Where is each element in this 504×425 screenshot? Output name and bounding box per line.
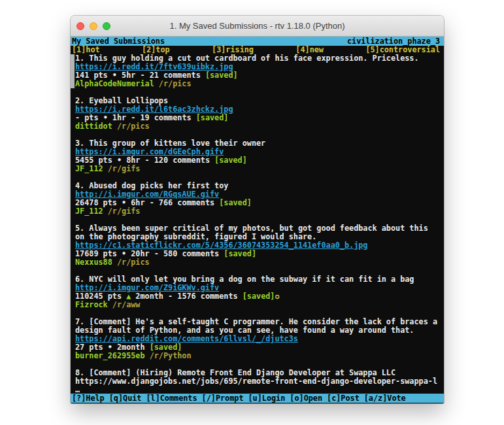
stats-separator: • xyxy=(122,199,131,207)
selection-cursor xyxy=(71,54,75,88)
stats-time-comments: 8hr - 120 comments xyxy=(126,156,214,165)
stats-separator: • xyxy=(108,343,117,352)
submission-subreddit[interactable]: /r/Python xyxy=(150,352,192,360)
upvote-arrow-icon: ▲ xyxy=(126,292,135,301)
saved-badge: [saved] xyxy=(205,71,238,80)
submission-link[interactable]: https://i.imgur.com/dGEeCph.gifv xyxy=(75,148,224,156)
submission-author[interactable]: Fizrock xyxy=(75,301,112,309)
tab-new[interactable]: [4]new xyxy=(295,46,324,54)
footer-cmd-login[interactable]: [u]Login xyxy=(248,394,286,403)
stats-separator: • xyxy=(112,71,122,80)
saved-badge: [saved] xyxy=(224,250,256,258)
stats-points: 17689 pts xyxy=(75,250,122,258)
submission-subreddit[interactable]: /r/aww xyxy=(112,301,141,309)
saved-badge: [saved] xyxy=(219,199,252,207)
footer-cmd-help[interactable]: [?]Help xyxy=(72,394,105,403)
gilded-star-icon: ✪ xyxy=(275,292,279,301)
stats-points: 27 pts xyxy=(75,343,108,352)
stats-points: 110245 pts xyxy=(75,292,126,301)
submission-title: 7. [Comment] He's a self-taught C progra… xyxy=(75,318,444,326)
submission-title: 6. NYC will only let you bring a dog on … xyxy=(75,275,444,284)
footer-cmd-vote[interactable]: [a/z]Vote xyxy=(364,394,406,403)
submission-subreddit[interactable]: /r/pics xyxy=(159,80,192,88)
stats-separator: • xyxy=(103,114,112,122)
stats-time-comments: 2month xyxy=(117,343,150,352)
submission-author[interactable]: burner_262955eb xyxy=(75,352,150,360)
tab-rising[interactable]: [3]rising xyxy=(212,46,254,54)
submission-author[interactable]: JF_112 xyxy=(75,165,108,173)
submission-title: 2. Eyeball Lollipops xyxy=(75,97,444,105)
submission-link[interactable]: http://i.imgur.com/RGqsAUE.gifv xyxy=(75,190,219,199)
stats-time-comments: 5hr - 21 comments xyxy=(122,71,205,80)
submission-subreddit[interactable]: /r/pics xyxy=(117,258,150,267)
submission-title: 3. This group of kittens love their owne… xyxy=(75,139,444,148)
submission-stats: 5455 pts • 8hr - 120 comments [saved] xyxy=(75,156,444,165)
submission-link[interactable]: http://i.imgur.com/Z9iGKWv.gifv xyxy=(75,284,219,292)
tab-hot[interactable]: [1]hot xyxy=(72,46,100,54)
stats-points: 141 pts xyxy=(75,71,112,80)
stats-points: 26478 pts xyxy=(75,199,122,207)
submission-subreddit[interactable]: /r/gifs xyxy=(108,207,141,216)
stats-points: 5455 pts xyxy=(75,156,117,165)
footer-cmd-open[interactable]: [o]Open xyxy=(290,394,322,403)
footer-cmd-comments[interactable]: [l]Comments xyxy=(146,394,197,403)
submission-stats: 141 pts • 5hr - 21 comments [saved] xyxy=(75,71,444,80)
submission-item-2[interactable]: 2. Eyeball Lollipops https://i.redd.it/l… xyxy=(75,97,444,131)
submission-stats: 110245 pts ▲ 2month - 1576 comments [sav… xyxy=(75,292,444,301)
submission-item-8[interactable]: 8. [Comment] (Hiring) Remote Front End D… xyxy=(75,369,444,394)
submission-link[interactable]: https://i.redd.it/l6t6ac3zhckz.jpg xyxy=(75,105,233,114)
submission-title-line2: design fault of Python, and as you can s… xyxy=(75,326,444,335)
submission-subreddit[interactable]: /r/pics xyxy=(117,122,150,131)
submission-item-7[interactable]: 7. [Comment] He's a self-taught C progra… xyxy=(75,318,444,360)
submission-stats: 27 pts • 2month [saved] xyxy=(75,343,444,352)
submission-author[interactable]: JF_112 xyxy=(75,207,108,216)
logged-in-username: civilization_phaze_3 xyxy=(347,37,440,46)
submission-stats: 26478 pts • 6hr - 766 comments [saved] xyxy=(75,199,444,207)
submission-subreddit[interactable]: /r/gifs xyxy=(108,165,141,173)
footer-cmd-quit[interactable]: [q]Quit xyxy=(109,394,142,403)
status-bar: My Saved Submissions civilization_phaze_… xyxy=(71,37,444,46)
stats-time-comments: 20hr - 580 comments xyxy=(131,250,224,258)
submission-author[interactable]: Nexxus88 xyxy=(75,258,117,267)
footer-bar: [?]Help [q]Quit [l]Comments [/]Prompt [u… xyxy=(71,394,444,403)
submission-item-3[interactable]: 3. This group of kittens love their owne… xyxy=(75,139,444,173)
submission-author[interactable]: dittidot xyxy=(75,122,117,131)
stats-points: - pts xyxy=(75,114,103,122)
terminal-window: 1. My Saved Submissions - rtv 1.18.0 (Py… xyxy=(71,16,444,403)
terminal-screen: My Saved Submissions civilization_phaze_… xyxy=(71,37,444,403)
minimize-button[interactable] xyxy=(90,22,97,30)
submission-author[interactable]: AlphaCodeNumerial xyxy=(75,80,159,88)
submission-stats: - pts • 1hr - 19 comments [saved] xyxy=(75,114,444,122)
stats-time-comments: 2month - 1576 comments xyxy=(135,292,242,301)
submission-link[interactable]: https://c1.staticflickr.com/5/4356/36074… xyxy=(75,241,367,250)
stats-time-comments: 1hr - 19 comments xyxy=(112,114,196,122)
submission-stats: 17689 pts • 20hr - 580 comments [saved] xyxy=(75,250,444,258)
submission-link[interactable]: https://api.reddit.com/comments/6llvsl/_… xyxy=(75,335,298,343)
sort-tabs: [1]hot [2]top [3]rising [4]new [5]contro… xyxy=(71,46,444,54)
tab-top[interactable]: [2]top xyxy=(142,46,170,54)
submission-title: 1. This guy holding a cut out cardboard … xyxy=(75,54,444,63)
submission-title: 8. [Comment] (Hiring) Remote Front End D… xyxy=(75,369,444,377)
traffic-lights xyxy=(76,16,110,36)
stats-time-comments: 6hr - 766 comments xyxy=(131,199,219,207)
footer-cmd-post[interactable]: [c]Post xyxy=(327,394,360,403)
saved-badge: [saved] xyxy=(214,156,247,165)
window-title: 1. My Saved Submissions - rtv 1.18.0 (Py… xyxy=(169,21,344,31)
close-button[interactable] xyxy=(76,22,84,30)
submission-link[interactable]: https://i.redd.it/7ftv639uibkz.jpg xyxy=(75,63,233,71)
submission-title: 4. Abused dog picks her first toy xyxy=(75,182,444,190)
submission-title-line2: https://www.djangojobs.net/jobs/695/remo… xyxy=(75,377,444,386)
footer-cmd-prompt[interactable]: [/]Prompt xyxy=(202,394,244,403)
window-titlebar[interactable]: 1. My Saved Submissions - rtv 1.18.0 (Py… xyxy=(71,16,444,37)
stats-separator: • xyxy=(117,156,126,165)
submission-item-5[interactable]: 5. Always been super critical of my phot… xyxy=(75,224,444,267)
saved-badge: [saved] xyxy=(150,343,182,352)
submission-item-6[interactable]: 6. NYC will only let you bring a dog on … xyxy=(75,275,444,309)
submission-item-1[interactable]: 1. This guy holding a cut out cardboard … xyxy=(75,54,444,88)
zoom-button[interactable] xyxy=(103,22,110,30)
tab-controversial[interactable]: [5]controversial xyxy=(365,46,440,54)
submission-item-4[interactable]: 4. Abused dog picks her first toy http:/… xyxy=(75,182,444,216)
page-title: My Saved Submissions xyxy=(72,37,165,46)
stats-separator: • xyxy=(122,250,131,258)
saved-badge: [saved] xyxy=(196,114,229,122)
